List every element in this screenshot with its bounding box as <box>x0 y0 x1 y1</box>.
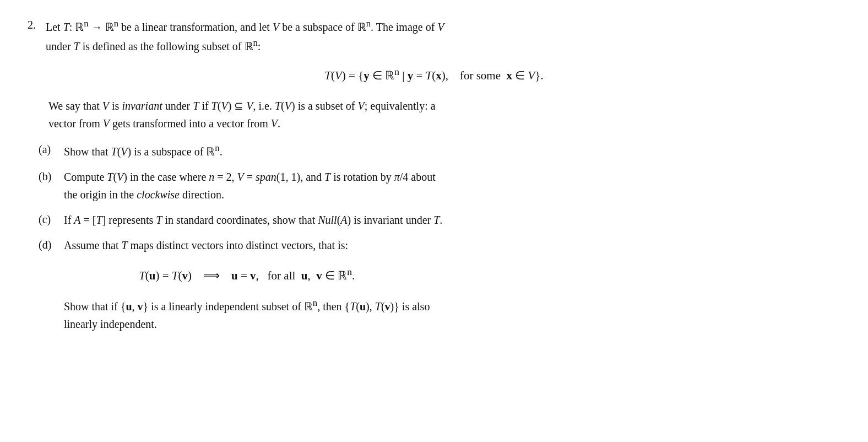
part-c-content: If A = [T] represents T in standard coor… <box>64 211 442 229</box>
part-b-label: (b) <box>39 168 56 185</box>
part-a-label: (a) <box>39 141 56 158</box>
part-a-content: Show that T(V) is a subspace of ℝn. <box>64 141 223 160</box>
part-d: (d) Assume that T maps distinct vectors … <box>39 236 840 333</box>
part-b-content: Compute T(V) in the case where n = 2, V … <box>64 168 436 203</box>
problem-number: 2. <box>28 17 36 55</box>
invariant-paragraph: We say that V is invariant under T if T(… <box>48 97 840 132</box>
part-a: (a) Show that T(V) is a subspace of ℝn. <box>39 141 840 160</box>
part-c-label: (c) <box>39 211 56 228</box>
part-d-label: (d) <box>39 236 56 254</box>
problem-intro: Let T: ℝn → ℝn be a linear transformatio… <box>46 17 444 55</box>
problem-container: 2. Let T: ℝn → ℝn be a linear transforma… <box>28 17 840 333</box>
part-b: (b) Compute T(V) in the case where n = 2… <box>39 168 840 203</box>
display-equation-2: T(u) = T(v) ⟹ u = v, for all u, v ∈ ℝn. <box>64 264 430 285</box>
display-equation-1: T(V) = {y ∈ ℝn | y = T(x), for some x ∈ … <box>28 64 840 85</box>
part-d-content: Assume that T maps distinct vectors into… <box>64 236 430 333</box>
part-c: (c) If A = [T] represents T in standard … <box>39 211 840 229</box>
